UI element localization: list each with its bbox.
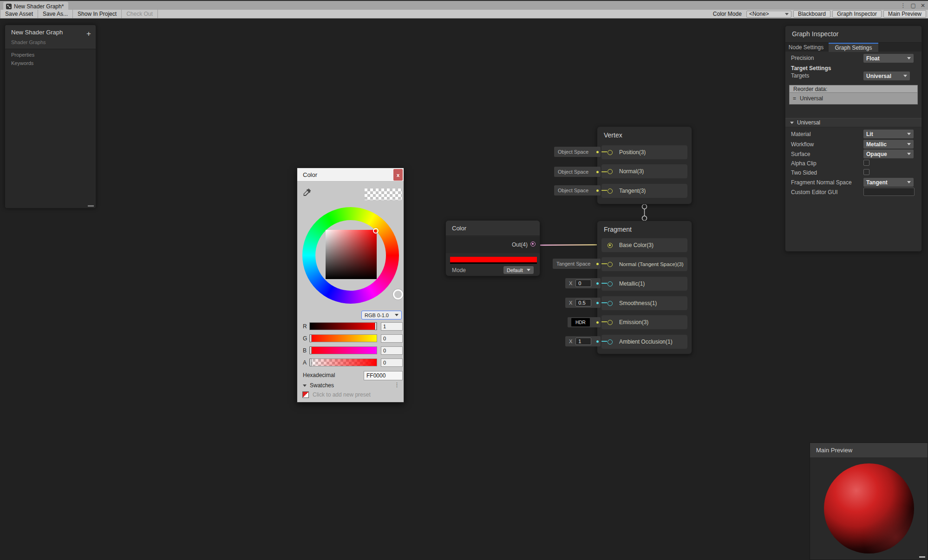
vertex-row-tangent[interactable]: Tangent(3): [601, 184, 687, 198]
tangent-port[interactable]: [608, 189, 613, 194]
window-maximize-icon[interactable]: ▢: [911, 2, 916, 9]
metallic-value-tag[interactable]: X 0: [565, 278, 601, 288]
ambient-occlusion-value-tag[interactable]: X 1: [565, 336, 601, 346]
material-dropdown[interactable]: Lit: [863, 130, 914, 138]
fragment-node[interactable]: Fragment Base Color(3) Normal (Tangent S…: [597, 221, 692, 354]
save-as-button[interactable]: Save As...: [38, 10, 73, 18]
fragment-normal-space-dropdown[interactable]: Tangent: [863, 178, 914, 187]
preview-sphere[interactable]: [824, 463, 914, 553]
two-sided-checkbox[interactable]: [863, 169, 869, 175]
window-close-icon[interactable]: ✕: [921, 2, 925, 9]
window-more-icon[interactable]: ⋮: [901, 2, 906, 9]
fragment-row-smoothness[interactable]: Smoothness(1): [601, 296, 687, 310]
tab-node-settings[interactable]: Node Settings: [786, 43, 826, 52]
a-slider-handle[interactable]: [310, 358, 312, 366]
position-space-tag[interactable]: Object Space: [554, 147, 601, 157]
fragment-row-ambient-occlusion[interactable]: Ambient Occlusion(1): [601, 335, 687, 349]
metallic-value-field[interactable]: 0: [575, 280, 591, 287]
color-node[interactable]: Color Out(4) Mode Default: [445, 220, 540, 276]
color-mode-format-dropdown[interactable]: RGB 0-1.0: [361, 311, 402, 319]
tangent-label: Tangent(3): [619, 188, 646, 194]
alpha-clip-checkbox[interactable]: [863, 160, 869, 166]
b-slider[interactable]: [309, 346, 377, 354]
close-button[interactable]: x: [393, 169, 403, 181]
blackboard-section-keywords[interactable]: Keywords: [11, 60, 33, 66]
reorder-item-universal[interactable]: = Universal: [789, 93, 918, 104]
emission-port[interactable]: [608, 320, 613, 325]
material-label: Material: [791, 131, 811, 137]
emission-hdr-tag[interactable]: HDR: [568, 317, 601, 327]
preset-swatch[interactable]: [302, 391, 309, 398]
save-asset-button[interactable]: Save Asset: [0, 10, 38, 18]
fragment-row-emission[interactable]: Emission(3): [601, 315, 687, 329]
ambient-occlusion-port[interactable]: [608, 339, 613, 345]
color-node-header[interactable]: Color: [446, 221, 540, 236]
vertex-out-connector[interactable]: [642, 204, 647, 209]
eyedropper-icon[interactable]: [302, 188, 312, 197]
blackboard-toggle-button[interactable]: Blackboard: [793, 10, 830, 18]
main-preview-header[interactable]: Main Preview: [810, 443, 928, 457]
tangent-space-tag[interactable]: Object Space: [554, 185, 601, 195]
r-slider-handle[interactable]: [375, 322, 377, 330]
check-out-button: Check Out: [122, 10, 158, 18]
add-property-button[interactable]: +: [86, 30, 91, 38]
swatches-menu-icon[interactable]: ⋮: [394, 381, 400, 388]
fragment-row-metallic[interactable]: Metallic(1): [601, 277, 687, 291]
smoothness-port[interactable]: [608, 301, 613, 306]
custom-editor-gui-input[interactable]: [863, 188, 915, 196]
b-slider-handle[interactable]: [310, 346, 312, 354]
saturation-value-box[interactable]: [326, 230, 377, 279]
hexadecimal-input[interactable]: [364, 371, 403, 380]
a-value-input[interactable]: [381, 358, 403, 367]
edge-color-to-basecolor[interactable]: [535, 245, 607, 245]
r-value-input[interactable]: [381, 322, 403, 331]
swatches-foldout[interactable]: Swatches: [303, 382, 334, 389]
resize-handle[interactable]: [919, 556, 925, 558]
blackboard-section-properties[interactable]: Properties: [11, 52, 34, 58]
color-mode-dropdown[interactable]: <None>: [746, 11, 791, 18]
smoothness-label: Smoothness(1): [619, 300, 657, 306]
metallic-port[interactable]: [608, 281, 613, 287]
add-preset-hint[interactable]: Click to add new preset: [313, 391, 371, 398]
tangent-space-tag[interactable]: Tangent Space: [553, 259, 601, 269]
a-label: A: [303, 359, 308, 366]
mode-dropdown[interactable]: Default: [503, 266, 534, 274]
smoothness-value-field[interactable]: 0.5: [575, 299, 591, 306]
r-slider[interactable]: [309, 322, 377, 330]
g-slider[interactable]: [309, 334, 377, 342]
normal-space-tag[interactable]: Object Space: [554, 167, 601, 177]
drag-handle-icon[interactable]: =: [793, 95, 796, 102]
saturation-value-selector[interactable]: [373, 228, 379, 234]
smoothness-value-tag[interactable]: X 0.5: [565, 298, 601, 308]
fragment-normal-space-value: Tangent: [866, 179, 905, 186]
workflow-dropdown[interactable]: Metallic: [863, 140, 914, 149]
out-port[interactable]: [530, 241, 536, 247]
show-in-project-button[interactable]: Show In Project: [73, 10, 122, 18]
precision-dropdown[interactable]: Float: [863, 54, 914, 63]
resize-handle[interactable]: [88, 205, 94, 207]
surface-dropdown[interactable]: Opaque: [863, 150, 914, 158]
hue-selector[interactable]: [393, 289, 403, 300]
vertex-row-normal[interactable]: Normal(3): [601, 164, 687, 178]
targets-dropdown[interactable]: Universal: [863, 72, 910, 80]
color-node-swatch[interactable]: [450, 257, 537, 264]
graph-inspector-toggle-button[interactable]: Graph Inspector: [832, 10, 882, 18]
a-slider[interactable]: [309, 358, 377, 366]
ambient-occlusion-value-field[interactable]: 1: [575, 338, 591, 345]
tab-graph-settings[interactable]: Graph Settings: [829, 43, 878, 52]
base-color-port[interactable]: [608, 243, 613, 248]
vertex-row-position[interactable]: Position(3): [601, 145, 687, 159]
fragment-in-connector[interactable]: [642, 216, 647, 221]
normal-tangent-port[interactable]: [608, 262, 613, 267]
vertex-node[interactable]: Vertex Position(3) Normal(3) Tangent(3): [597, 126, 692, 204]
main-preview-toggle-button[interactable]: Main Preview: [883, 10, 926, 18]
g-value-input[interactable]: [381, 334, 403, 343]
fragment-row-base-color[interactable]: Base Color(3): [601, 238, 687, 252]
g-slider-handle[interactable]: [310, 334, 312, 342]
position-port[interactable]: [608, 150, 613, 155]
b-value-input[interactable]: [381, 346, 403, 355]
fragment-row-normal[interactable]: Normal (Tangent Space)(3): [601, 257, 687, 271]
normal-port[interactable]: [608, 169, 613, 174]
color-picker-titlebar[interactable]: Color x: [297, 168, 404, 182]
universal-foldout[interactable]: Universal: [785, 118, 921, 127]
